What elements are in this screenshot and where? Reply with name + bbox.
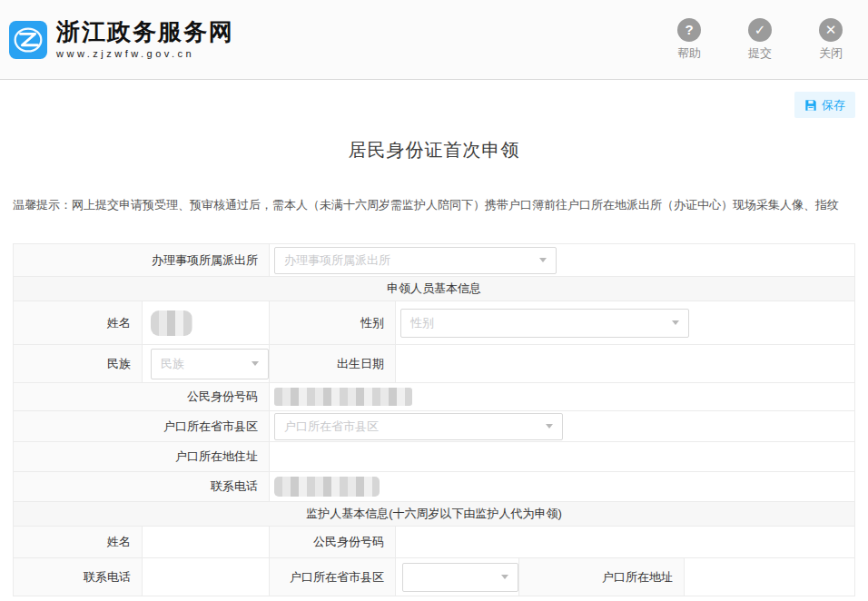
row-citizen-id: 公民身份号码: [14, 383, 854, 411]
main-content: 保存 居民身份证首次申领 温馨提示：网上提交申请预受理、预审核通过后，需本人（未…: [0, 80, 868, 596]
station-label: 办理事项所属派出所: [14, 244, 270, 276]
region-label: 户口所在省市县区: [14, 411, 270, 441]
name-field[interactable]: [143, 301, 270, 344]
guardian-phone-field[interactable]: [143, 558, 270, 596]
check-icon: ✓: [748, 18, 772, 42]
section-guardian-header: 监护人基本信息(十六周岁以下由监护人代为申领): [14, 502, 854, 527]
close-icon: ✕: [819, 18, 843, 42]
guardian-name-field[interactable]: [143, 527, 270, 557]
chevron-down-icon: [501, 575, 508, 579]
chevron-down-icon: [546, 424, 553, 429]
guardian-region-label: 户口所在省市县区: [270, 558, 396, 596]
chevron-down-icon: [672, 320, 679, 325]
save-icon: [804, 99, 817, 112]
region-select[interactable]: 户口所在省市县区: [274, 413, 563, 440]
guardian-address-field[interactable]: [685, 558, 854, 596]
address-field[interactable]: [270, 442, 854, 471]
birth-label: 出生日期: [270, 345, 396, 382]
submit-button[interactable]: ✓ 提交: [748, 18, 772, 62]
row-guardian-name-id: 姓名 公民身份号码: [14, 527, 854, 558]
chevron-down-icon: [539, 258, 547, 262]
name-label: 姓名: [14, 301, 143, 344]
site-logo: 浙江政务服务网 www.zjzwfw.gov.cn: [9, 20, 234, 60]
row-phone: 联系电话: [14, 472, 854, 502]
brand-name: 浙江政务服务网: [56, 20, 234, 46]
address-label: 户口所在地住址: [14, 442, 270, 471]
page-title: 居民身份证首次申领: [13, 138, 855, 163]
guardian-id-field[interactable]: [396, 527, 854, 557]
row-ethnic-birth: 民族 民族 出生日期: [14, 345, 854, 383]
brand-url: www.zjzwfw.gov.cn: [56, 48, 234, 59]
close-button[interactable]: ✕ 关闭: [819, 18, 843, 62]
guardian-phone-label: 联系电话: [14, 558, 143, 596]
phone-redacted-value: [274, 477, 380, 497]
row-region: 户口所在省市县区 户口所在省市县区: [14, 411, 854, 442]
row-station: 办理事项所属派出所 办理事项所属派出所: [14, 244, 854, 277]
guardian-name-label: 姓名: [14, 527, 143, 557]
name-redacted-value: [151, 310, 192, 336]
birth-field[interactable]: [396, 345, 854, 382]
help-button[interactable]: ? 帮助: [677, 18, 701, 62]
row-name-gender: 姓名 性别 性别: [14, 301, 854, 345]
ethnic-label: 民族: [14, 345, 143, 382]
guardian-address-label: 户口所在地址: [519, 558, 685, 596]
chevron-down-icon: [252, 361, 259, 366]
phone-field[interactable]: [270, 472, 854, 501]
application-form: 办理事项所属派出所 办理事项所属派出所 申领人员基本信息 姓名 性别 性别: [13, 243, 855, 596]
gender-label: 性别: [270, 301, 396, 344]
toolbar: 保存: [13, 80, 855, 118]
tips-text: 温馨提示：网上提交申请预受理、预审核通过后，需本人（未满十六周岁需监护人陪同下）…: [13, 197, 855, 213]
guardian-id-label: 公民身份号码: [270, 527, 396, 557]
guardian-region-select[interactable]: [402, 563, 518, 592]
save-button[interactable]: 保存: [794, 92, 855, 118]
id-field[interactable]: [270, 383, 854, 410]
section-applicant-header: 申领人员基本信息: [14, 277, 854, 301]
row-guardian-phone-region-address: 联系电话 户口所在省市县区 户口所在地址: [14, 558, 854, 596]
phone-label: 联系电话: [14, 472, 270, 501]
logo-icon: [9, 21, 47, 59]
help-icon: ?: [677, 18, 701, 42]
gender-select[interactable]: 性别: [400, 309, 689, 338]
row-address: 户口所在地住址: [14, 442, 854, 472]
id-redacted-value: [274, 388, 412, 406]
site-header: 浙江政务服务网 www.zjzwfw.gov.cn ? 帮助 ✓ 提交 ✕ 关闭: [0, 0, 868, 80]
header-actions: ? 帮助 ✓ 提交 ✕ 关闭: [677, 18, 843, 62]
station-select[interactable]: 办理事项所属派出所: [274, 247, 557, 274]
id-label: 公民身份号码: [14, 383, 270, 410]
ethnic-select[interactable]: 民族: [151, 349, 269, 379]
